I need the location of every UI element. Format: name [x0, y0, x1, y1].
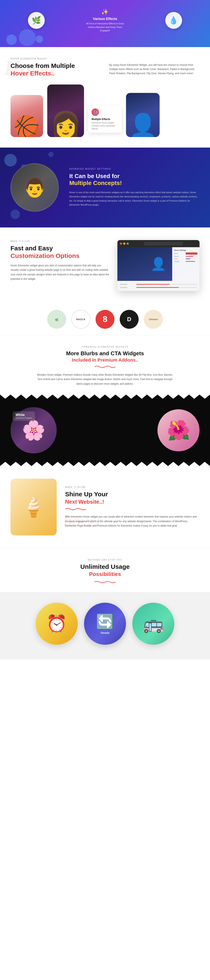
- icecream-icon: 🍦: [22, 496, 45, 518]
- unlimited-section: NOTHING CAN STOP YOU Unlimited Usage Pos…: [0, 548, 210, 592]
- dark-left: White Lilanthus Flowers 🌸: [11, 407, 57, 453]
- hero-subtitle: All Kind of Interactive Effects to Grab …: [84, 22, 126, 32]
- dark-showcase: White Lilanthus Flowers 🌸 🌺: [0, 395, 210, 466]
- premium-section: POWERFUL ELEMENTOR WIDGETS More Blurbs a…: [0, 335, 210, 395]
- hero-section: 🌿 ✨ Various Effects All Kind of Interact…: [0, 0, 210, 47]
- shine-section: 🍦 hover MAKE IT GLOW Shine Up Your Next …: [0, 466, 210, 548]
- shine-tag: MAKE IT GLOW: [65, 486, 199, 488]
- shine-left: 🍦: [11, 479, 57, 535]
- premium-desc: Besides Hover widget, Premium Addons inc…: [37, 373, 173, 387]
- logo-nazca: NAZCA: [71, 310, 90, 329]
- panel-row-2: Speed: [174, 256, 197, 257]
- white-label-sub: Lilanthus Flowers: [16, 417, 32, 419]
- multiple-effects-box: 🔮 Multiple Effects Elementor Hover widge…: [88, 106, 122, 133]
- zigzag-border: [0, 395, 210, 399]
- unlimited-subtitle: Possibilities: [11, 571, 199, 578]
- hover-left-content: HOVER ELEMENTOR WIDGET Choose from Multi…: [11, 57, 101, 78]
- pink-flower-icon: 🌺: [167, 419, 190, 441]
- adv-portrait-container: 👨: [11, 163, 59, 212]
- hover-card-3: 👤: [126, 93, 159, 137]
- logo-row: « NAZCA 8 D Clément: [0, 304, 210, 335]
- customization-section: MAKE IT A LIVE.. Fast and Easy Customiza…: [0, 228, 210, 304]
- unlimited-wavy: [95, 581, 115, 584]
- icecream-img: 🍦: [11, 479, 57, 535]
- multiple-effects-title: Multiple Effects: [92, 118, 118, 121]
- rotate-icon: 🔄: [96, 613, 114, 630]
- panel-title: Hover Settings: [174, 249, 197, 251]
- preview-portrait-icon: 👤: [151, 256, 166, 271]
- hero-title: Various Effects: [84, 17, 126, 21]
- woman-portrait-icon: 👩: [50, 112, 82, 137]
- shine-title: Shine Up Your: [65, 490, 199, 498]
- custom-left: MAKE IT A LIVE.. Fast and Easy Customiza…: [11, 240, 109, 282]
- custom-title: Fast and Easy Customization Options: [11, 245, 109, 259]
- portrait-person-icon: 👨: [23, 177, 46, 199]
- editor-mockup: 👤 Hover Settings Effect Speed: [117, 240, 199, 291]
- logo-red: 8: [96, 310, 114, 329]
- water-icon: 💧: [169, 16, 178, 25]
- bus-icon: 🚌: [143, 614, 164, 633]
- hover-card-1: 🏀: [11, 95, 43, 137]
- white-label: White Lilanthus Flowers: [13, 411, 35, 421]
- wavy-divider: [95, 365, 115, 369]
- leaf-icon: 🌿: [32, 16, 41, 25]
- shine-desc: With Elementor Hover widget you can crea…: [65, 515, 199, 528]
- hover-cards-section: 🏀 👩 🔮 Multiple Effects Elementor Hover w…: [0, 80, 210, 148]
- hover-right-content: By using Hover Elementor Widget, you wil…: [109, 57, 199, 78]
- bottom-icon-clock: ⏰: [36, 603, 78, 645]
- dot-green: [126, 243, 129, 245]
- flower-icon: 🌸: [22, 419, 45, 441]
- multiple-effects-sub: Elementor Hover widget includes many int…: [92, 121, 118, 130]
- steady-label: Steady: [101, 631, 110, 635]
- clock-icon: ⏰: [46, 614, 67, 633]
- advanced-section: 👨 ADVANCED WIDGET SETTINGS It Can be Use…: [0, 148, 210, 228]
- editor-topbar: [117, 240, 199, 247]
- dot-yellow: [123, 243, 125, 245]
- hero-left-icon: 🌿: [28, 12, 45, 29]
- basketball-person-icon: 🏀: [14, 116, 40, 137]
- zigzag-bottom: [0, 462, 210, 466]
- shine-right: hover MAKE IT GLOW Shine Up Your Next We…: [65, 486, 199, 528]
- adv-tag: ADVANCED WIDGET SETTINGS: [69, 168, 199, 170]
- premium-subtitle: Included in Premium Addons..: [11, 357, 199, 363]
- adv-portrait: 👨: [11, 163, 59, 212]
- logo-clement: Clément: [144, 310, 163, 329]
- hover-title: Choose from Multiple Hover Effects..: [11, 62, 101, 77]
- hero-right-icon: 💧: [165, 12, 182, 29]
- dark-portrait-icon: 👤: [128, 114, 157, 137]
- dot-red: [120, 243, 122, 245]
- flower-img-right: 🌺: [158, 409, 199, 451]
- panel-row-4: Opacity: [174, 261, 197, 262]
- adv-desc: Hover is one of the most used Elementor …: [69, 191, 199, 207]
- bubble-2: [19, 29, 36, 46]
- hover-panel: Hover Settings Effect Speed Color: [172, 247, 199, 281]
- custom-desc: Hover Elementor widget gives you allot o…: [11, 263, 109, 282]
- hover-card-2: 👩: [47, 84, 84, 137]
- premium-tag: POWERFUL ELEMENTOR WIDGETS: [11, 346, 199, 348]
- dark-right: 🌺: [65, 409, 199, 451]
- logo-green: «: [47, 310, 66, 329]
- multiple-effects-icon: 🔮: [92, 108, 99, 116]
- bottom-icon-bus: 🚌: [132, 603, 174, 645]
- adv-title: It Can be Used for Multiple Concepts!: [69, 173, 199, 187]
- editor-preview: 👤 Hover Settings Effect Speed: [117, 247, 199, 281]
- unlimited-tag: NOTHING CAN STOP YOU: [11, 559, 199, 561]
- white-label-title: White: [16, 413, 32, 417]
- shine-wavy: [65, 508, 86, 511]
- hover-tag: HOVER ELEMENTOR WIDGET: [11, 57, 101, 60]
- adv-right: ADVANCED WIDGET SETTINGS It Can be Used …: [69, 168, 199, 207]
- shine-subtitle: Next Website..!: [65, 499, 199, 505]
- panel-row-1: Effect: [174, 253, 197, 255]
- bottom-icon-steady: 🔄 Steady: [84, 603, 126, 645]
- unlimited-title: Unlimited Usage: [11, 563, 199, 570]
- editor-url-bar: [144, 242, 183, 245]
- premium-title: More Blurbs and CTA Widgets: [11, 350, 199, 357]
- custom-tag: MAKE IT A LIVE..: [11, 240, 109, 242]
- custom-right: 👤 Hover Settings Effect Speed: [117, 240, 199, 291]
- adv-bubble-4: [48, 152, 54, 157]
- hero-sparkle-icon: ✨: [84, 8, 126, 15]
- panel-row-3: Color: [174, 258, 197, 259]
- hover-widget-section: Hover HOVER ELEMENTOR WIDGET Choose from…: [0, 47, 210, 80]
- logo-dark: D: [120, 310, 139, 329]
- hero-center: ✨ Various Effects All Kind of Interactiv…: [84, 8, 126, 32]
